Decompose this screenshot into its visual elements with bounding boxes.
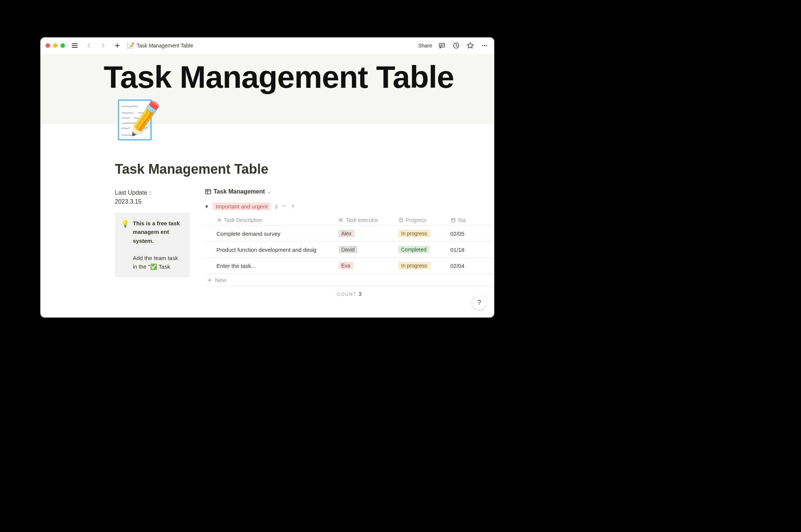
group-label-tag[interactable]: Important and urgent [213,202,270,210]
favorite-star-icon[interactable] [466,41,475,50]
help-button[interactable]: ? [473,296,486,309]
plus-icon [207,278,212,283]
cell-date[interactable]: 01/18 [448,247,477,253]
bulb-icon: 💡 [121,219,129,271]
last-update-value: 2023.3.15 [115,197,190,206]
cell-progress[interactable]: Completed [395,246,448,253]
cell-description[interactable]: Product function development and desig [205,247,335,253]
executor-tag: Eva [338,262,353,269]
cell-executor[interactable]: Alex [335,230,395,237]
date-property-icon [451,217,456,223]
svg-point-6 [282,205,284,206]
count-label: COUNT [337,292,356,297]
page-cover: Task Management Table [40,54,494,124]
status-property-icon [398,217,403,223]
table-row[interactable]: Enter the task...EvaIn progress02/04 [205,258,494,274]
table-header-row: Task Description Task executor Progress [205,215,494,226]
column-header-description[interactable]: Task Description [205,217,335,223]
app-window: 📝 Task Management Table Share Task Manag… [40,37,494,318]
new-row-button[interactable]: New [205,274,494,287]
page-title[interactable]: Task Management Table [115,161,494,177]
comments-icon[interactable] [437,41,446,50]
database-view-tab[interactable]: Task Management ⌄ [205,188,494,195]
close-window-button[interactable] [46,43,50,48]
group-collapse-toggle[interactable]: ▼ [205,204,209,209]
history-clock-icon[interactable] [452,41,461,50]
column-header-executor[interactable]: Task executor [335,217,395,223]
column-header-date[interactable]: Sta [448,217,477,223]
executor-tag: Alex [338,230,355,237]
breadcrumb-title: Task Management Table [137,43,194,49]
cell-progress[interactable]: In progress [395,262,448,269]
cell-date[interactable]: 02/05 [448,231,477,237]
callout-body-text: Add the team task in the "✅ Task [133,255,178,270]
page-icon[interactable]: 📝 [115,101,160,146]
chevron-down-icon[interactable]: ⌄ [267,189,271,194]
database-view-name: Task Management [214,188,265,195]
database-table: Task Description Task executor Progress [205,215,494,297]
table-row[interactable]: Complete demand surveyAlexIn progress02/… [205,226,494,242]
progress-tag: In progress [398,262,430,269]
database-block: Task Management ⌄ ▼ Important and urgent… [205,188,494,297]
column-header-progress[interactable]: Progress [395,217,448,223]
progress-tag: Completed [398,246,430,253]
maximize-window-button[interactable] [61,43,65,48]
page-content: Task Management Table Last Update： 2023.… [40,124,494,318]
share-button[interactable]: Share [418,43,432,49]
svg-point-7 [284,205,285,206]
table-row[interactable]: Product function development and desigDa… [205,242,494,258]
table-icon [205,188,211,195]
title-property-icon [217,217,222,223]
breadcrumb[interactable]: 📝 Task Management Table [127,42,194,49]
executor-tag: David [338,246,358,253]
callout-block: 💡 This is a free task managem ent system… [115,213,190,277]
svg-rect-13 [451,219,455,222]
nav-forward-icon[interactable] [99,41,108,50]
cell-executor[interactable]: David [335,246,395,253]
callout-bold-text: This is a free task managem ent system. [133,220,180,244]
cell-description[interactable]: Enter the task... [205,263,335,269]
left-column: Last Update： 2023.3.15 💡 This is a free … [115,188,190,297]
group-add-icon[interactable]: + [291,202,295,210]
traffic-lights [46,43,65,48]
last-update-block: Last Update： 2023.3.15 [115,188,190,206]
svg-point-4 [486,45,487,46]
breadcrumb-emoji-icon: 📝 [127,42,134,49]
svg-point-10 [338,220,339,220]
titlebar: 📝 Task Management Table Share [40,37,494,54]
cell-description[interactable]: Complete demand survey [205,231,335,237]
cell-executor[interactable]: Eva [335,262,395,269]
minimize-window-button[interactable] [53,43,58,48]
more-menu-icon[interactable] [480,41,489,50]
new-page-icon[interactable] [113,41,122,50]
svg-point-8 [285,205,287,206]
cell-progress[interactable]: In progress [395,230,448,237]
multiselect-property-icon [338,217,344,223]
svg-rect-5 [205,189,211,194]
cell-date[interactable]: 02/04 [448,263,477,269]
nav-back-icon[interactable] [84,41,93,50]
cover-title: Task Management Table [40,54,494,93]
svg-point-3 [484,45,485,46]
progress-tag: In progress [398,230,430,237]
group-count: 3 [275,203,278,210]
svg-point-11 [338,221,339,222]
count-value: 3 [359,291,362,297]
hamburger-menu-icon[interactable] [70,41,79,50]
table-footer: COUNT 3 [205,287,494,297]
svg-rect-0 [439,43,445,47]
svg-point-9 [338,219,339,219]
group-more-icon[interactable] [281,203,287,210]
last-update-label: Last Update： [115,188,190,197]
group-header: ▼ Important and urgent 3 + [205,202,494,210]
svg-point-2 [482,45,483,46]
